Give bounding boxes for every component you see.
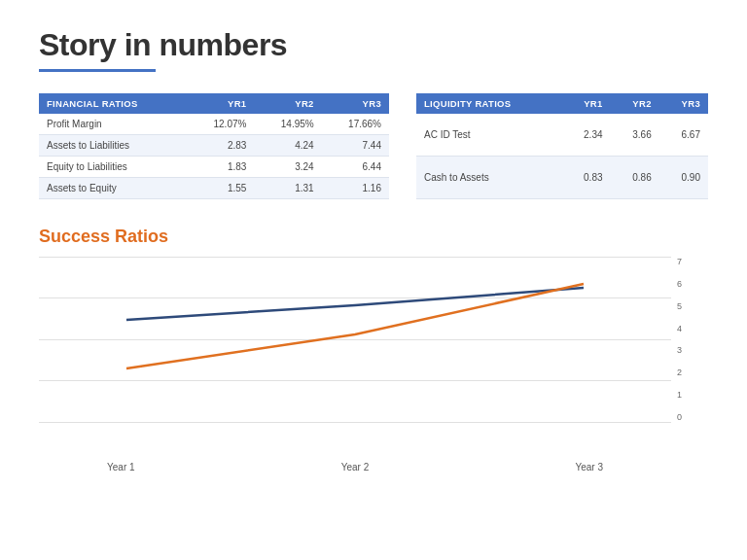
y-axis-right: 7 6 5 4 3 2 1 0	[677, 257, 682, 422]
tables-section: FINANCIAL RATIOS YR1 YR2 YR3 Profit Marg…	[39, 93, 708, 199]
table-row: AC ID Test2.343.666.67	[416, 114, 708, 156]
table-cell: 2.34	[561, 114, 610, 156]
page-title: Story in numbers	[39, 27, 708, 63]
table-cell: 0.83	[561, 156, 610, 198]
table-cell: 7.44	[322, 135, 389, 157]
table-cell: 2.83	[187, 135, 254, 157]
liq-col-ratios: LIQUIDITY RATIOS	[416, 93, 561, 114]
table-row: Cash to Assets0.830.860.90	[416, 156, 708, 198]
table-cell: 6.44	[322, 157, 389, 178]
fin-col-ratios: FINANCIAL RATIOS	[39, 93, 187, 114]
y-right-5: 5	[677, 301, 682, 311]
x-label-year2: Year 2	[341, 462, 370, 472]
table-cell: Equity to Liabilities	[39, 157, 187, 178]
fin-col-yr3: YR3	[322, 93, 389, 114]
table-cell: Assets to Liabilities	[39, 135, 187, 157]
y-right-7: 7	[677, 257, 682, 266]
liq-col-yr1: YR1	[561, 93, 610, 114]
chart-svg	[39, 257, 671, 422]
liquidity-ratios-table: LIQUIDITY RATIOS YR1 YR2 YR3 AC ID Test2…	[416, 93, 708, 199]
table-row: Equity to Liabilities1.833.246.44	[39, 157, 389, 178]
table-row: Assets to Liabilities2.834.247.44	[39, 135, 389, 157]
orange-line	[126, 284, 584, 368]
table-cell: Assets to Equity	[39, 178, 187, 199]
financial-ratios-table: FINANCIAL RATIOS YR1 YR2 YR3 Profit Marg…	[39, 93, 389, 199]
table-cell: 1.83	[187, 157, 254, 178]
table-cell: 0.86	[611, 156, 659, 198]
title-underline	[39, 69, 156, 72]
table-cell: 17.66%	[322, 114, 389, 135]
table-cell: 6.67	[659, 114, 708, 156]
table-row: Assets to Equity1.551.311.16	[39, 178, 389, 199]
chart-drawing-area: Year 1 Year 2 Year 3	[39, 257, 671, 451]
table-row: Profit Margin12.07%14.95%17.66%	[39, 114, 389, 135]
table-cell: 12.07%	[187, 114, 254, 135]
y-right-6: 6	[677, 279, 682, 289]
table-cell: 0.90	[659, 156, 708, 198]
x-label-year1: Year 1	[107, 462, 135, 472]
fin-col-yr1: YR1	[187, 93, 254, 114]
table-cell: Cash to Assets	[416, 156, 561, 198]
table-cell: Profit Margin	[39, 114, 187, 135]
blue-line	[126, 288, 584, 320]
liq-col-yr2: YR2	[611, 93, 659, 114]
liq-col-yr3: YR3	[659, 93, 708, 114]
fin-col-yr2: YR2	[254, 93, 321, 114]
y-right-2: 2	[677, 368, 682, 377]
table-cell: 14.95%	[254, 114, 321, 135]
y-right-1: 1	[677, 390, 682, 400]
table-cell: 4.24	[254, 135, 321, 157]
y-right-0: 0	[677, 412, 682, 422]
table-cell: 1.16	[322, 178, 389, 199]
grid-line-5	[39, 422, 671, 423]
y-right-3: 3	[677, 345, 682, 355]
table-cell: AC ID Test	[416, 114, 561, 156]
x-axis-labels: Year 1 Year 2 Year 3	[39, 462, 671, 472]
table-cell: 1.55	[187, 178, 254, 199]
page-container: Story in numbers FINANCIAL RATIOS YR1 YR…	[0, 0, 747, 471]
y-right-4: 4	[677, 324, 682, 333]
table-cell: 3.66	[611, 114, 659, 156]
table-cell: 1.31	[254, 178, 321, 199]
chart-section: Success Ratios 20% 15% 10% 5% 0%	[39, 227, 708, 451]
x-label-year3: Year 3	[575, 462, 603, 472]
table-cell: 3.24	[254, 157, 321, 178]
chart-title: Success Ratios	[39, 227, 708, 247]
